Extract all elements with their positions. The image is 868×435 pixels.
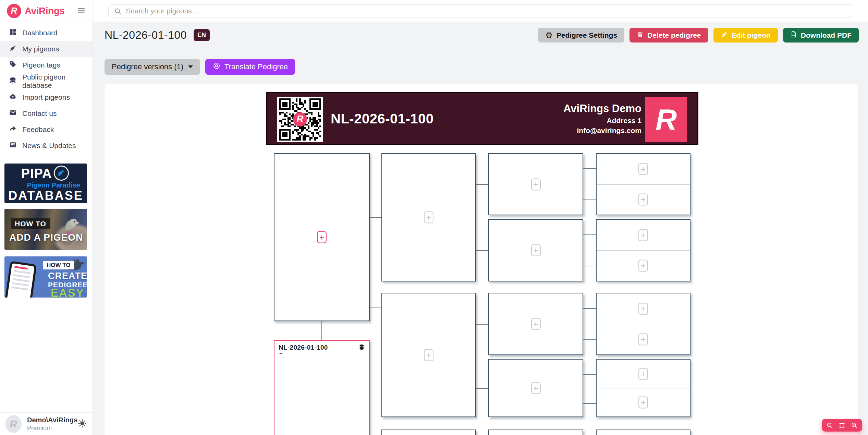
- user-footer: R Demo\AviRings Premium: [0, 412, 93, 435]
- topbar: [93, 0, 868, 22]
- subject-note: ″″: [274, 352, 369, 357]
- pipa-database-banner[interactable]: PIPA Pigeon Paradise DATABASE: [4, 164, 87, 203]
- pair-divider: [597, 184, 690, 185]
- pedigree-slot-great-grandparent: +: [488, 219, 583, 281]
- connector-line: [583, 374, 596, 375]
- hamburger-menu-icon[interactable]: [77, 6, 86, 16]
- zoom-in-button[interactable]: [851, 422, 858, 429]
- add-pigeon-button[interactable]: +: [531, 318, 541, 330]
- connector-line: [583, 308, 596, 309]
- translate-pedigree-button[interactable]: Translate Pedigree: [205, 59, 295, 75]
- app-logo-text: AviRings: [25, 5, 64, 16]
- canvas-zoom-controls: [822, 419, 862, 432]
- sidebar-item-import-pigeons[interactable]: Import pigeons: [0, 89, 93, 105]
- share-arrow-icon: [9, 125, 17, 134]
- language-badge[interactable]: EN: [194, 29, 210, 41]
- pedigree-slot-grandparent: +: [381, 293, 476, 417]
- add-pigeon-button[interactable]: +: [638, 229, 648, 241]
- add-pigeon-button[interactable]: +: [317, 231, 327, 243]
- pipa-caption-text: DATABASE: [8, 189, 83, 203]
- delete-pedigree-button[interactable]: Delete pedigree: [629, 28, 708, 43]
- add-pigeon-button[interactable]: +: [531, 382, 541, 394]
- subject-pigeon-box[interactable]: NL-2026-01-100 ″″: [274, 340, 370, 435]
- download-pdf-button[interactable]: PDF Download PDF: [783, 28, 859, 43]
- page-header: NL-2026-01-100 EN: [105, 29, 210, 41]
- newspaper-icon: [9, 141, 17, 150]
- page-title: NL-2026-01-100: [105, 29, 187, 41]
- connector-line: [583, 339, 596, 340]
- add-pigeon-button[interactable]: +: [531, 178, 541, 190]
- add-pigeon-button[interactable]: +: [638, 163, 648, 175]
- pipa-pigeon-icon: [52, 164, 70, 183]
- create-pedigree-easy-banner[interactable]: HOW TO CREATE PEDIGREE EASY: [4, 256, 87, 298]
- add-pigeon-button[interactable]: +: [638, 333, 648, 345]
- pedigree-versions-dropdown[interactable]: Pedigree versions (1): [105, 59, 200, 75]
- user-name: Demo\AviRings: [27, 416, 77, 424]
- sidebar-item-label: My pigeons: [22, 45, 59, 53]
- add-pigeon-button[interactable]: +: [638, 368, 648, 380]
- add-pigeon-button[interactable]: +: [638, 193, 648, 205]
- pipa-subtitle-text: Pigeon Paradise: [27, 181, 80, 189]
- pedigree-card: R NL-2026-01-100 AviRings Demo Address 1…: [104, 84, 859, 435]
- pair-divider: [597, 388, 690, 388]
- sidebar-item-label: Pigeon tags: [22, 61, 60, 69]
- action-buttons: ⚙ Pedigree Settings Delete pedigree Edit…: [538, 28, 859, 43]
- how-to-add-pigeon-banner[interactable]: HOW TO ADD A PIGEON: [4, 209, 87, 250]
- pedigree-slot-gg-grandparent-pair: + +: [596, 293, 690, 355]
- connector-line: [370, 307, 381, 307]
- sidebar-item-feedback[interactable]: Feedback: [0, 121, 93, 137]
- avirings-banner-logo: R: [645, 97, 687, 142]
- sidebar-item-my-pigeons[interactable]: My pigeons: [0, 41, 93, 57]
- add-pigeon-button[interactable]: +: [638, 259, 648, 271]
- pedigree-slot-great-grandparent: +: [488, 153, 583, 215]
- connector-line: [370, 217, 381, 218]
- owner-name: AviRings Demo: [563, 102, 641, 115]
- sidebar-item-label: Public pigeon database: [22, 73, 84, 89]
- add-pigeon-button[interactable]: +: [638, 303, 648, 315]
- owner-info: AviRings Demo Address 1 info@avirings.co…: [563, 102, 641, 135]
- pedigree-slot-grandparent: +: [381, 430, 476, 435]
- add-pigeon-title: ADD A PIGEON: [9, 232, 83, 243]
- sidebar-item-label: Dashboard: [22, 29, 58, 37]
- connector-line: [583, 266, 596, 266]
- sidebar-item-news-updates[interactable]: News & Updates: [0, 137, 93, 154]
- sidebar-item-public-pigeon-database[interactable]: Public pigeon database: [0, 73, 93, 89]
- add-pigeon-button[interactable]: +: [424, 212, 433, 223]
- sidebar-header: R AviRings: [0, 0, 93, 22]
- svg-text:R: R: [297, 113, 304, 124]
- avirings-logo-icon: R: [7, 4, 21, 18]
- pedigree-settings-button[interactable]: ⚙ Pedigree Settings: [538, 28, 624, 43]
- gear-icon: ⚙: [545, 31, 553, 39]
- add-pigeon-button[interactable]: +: [531, 244, 541, 256]
- envelope-icon: [9, 109, 17, 118]
- sidebar-item-label: Import pigeons: [22, 93, 70, 101]
- theme-sun-icon[interactable]: [77, 419, 87, 430]
- howto-badge: HOW TO: [11, 218, 50, 229]
- bird-icon: [9, 44, 17, 54]
- connector-line: [476, 324, 488, 325]
- sidebar-item-pigeon-tags[interactable]: Pigeon tags: [0, 57, 93, 73]
- search-icon: [114, 7, 122, 17]
- connector-line: [321, 321, 322, 340]
- subject-ring-number: NL-2026-01-100: [279, 344, 328, 351]
- search-input[interactable]: [108, 4, 853, 17]
- zoom-out-button[interactable]: [826, 422, 833, 429]
- database-icon[interactable]: [358, 344, 365, 352]
- fit-view-button[interactable]: [838, 422, 846, 429]
- sidebar: R AviRings Dashboard My pigeons Pigeon t…: [0, 0, 93, 435]
- openai-swirl-icon: [212, 62, 221, 72]
- pedigree-slot-parent: +: [274, 153, 370, 321]
- connector-line: [476, 250, 488, 251]
- connector-line: [583, 168, 596, 169]
- pdf-file-icon: PDF: [790, 31, 797, 40]
- database-icon: [9, 76, 17, 86]
- edit-pigeon-button[interactable]: Edit pigeon: [713, 28, 778, 43]
- pedigree-slot-gg-grandparent-pair: + +: [596, 359, 690, 417]
- add-pigeon-button[interactable]: +: [424, 349, 433, 361]
- add-pigeon-button[interactable]: +: [638, 396, 648, 408]
- sidebar-item-contact-us[interactable]: Contact us: [0, 105, 93, 121]
- sidebar-item-dashboard[interactable]: Dashboard: [0, 25, 93, 41]
- user-avatar[interactable]: R: [5, 415, 22, 433]
- connector-line: [476, 184, 488, 185]
- pipa-brand-text: PIPA: [21, 166, 52, 181]
